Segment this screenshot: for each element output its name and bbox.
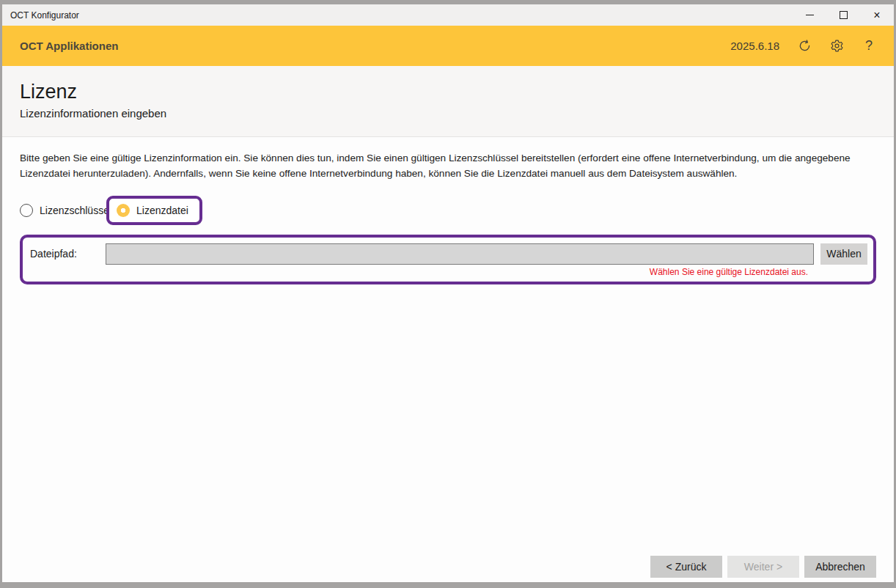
file-path-label: Dateipfad: (30, 248, 106, 260)
file-path-row: Dateipfad: Wählen (30, 243, 867, 265)
window-controls: × (793, 4, 894, 26)
page-header: Lizenz Lizenzinformationen eingeben (2, 66, 894, 137)
help-icon[interactable]: ? (862, 39, 876, 54)
radio-selected-icon (117, 204, 130, 217)
page-title: Lizenz (20, 80, 876, 103)
version-label: 2025.6.18 (730, 40, 779, 52)
page-subtitle: Lizenzinformationen eingeben (20, 107, 876, 120)
maximize-button[interactable] (826, 4, 860, 26)
minimize-icon (806, 15, 814, 15)
file-path-error-message: Wählen Sie eine gültige Lizenzdatei aus. (30, 265, 867, 279)
maximize-icon (840, 11, 848, 19)
app-header-bar: OCT Applikationen 2025.6.18 ? (2, 26, 894, 66)
radio-lizenzdatei-focus-box[interactable]: Lizenzdatei (106, 196, 202, 225)
license-type-radio-group: Lizenzschlüssel Lizenzdatei (20, 196, 876, 225)
radio-lizenzschluessel-label: Lizenzschlüssel (40, 205, 111, 216)
app-title: OCT Applikationen (20, 40, 730, 52)
radio-lizenzdatei-label: Lizenzdatei (136, 205, 188, 216)
wizard-footer: < Zurück Weiter > Abbrechen (650, 556, 876, 578)
radio-lizenzschluessel[interactable]: Lizenzschlüssel (20, 204, 111, 217)
license-description: Bitte geben Sie eine gültige Lizenzinfor… (20, 150, 876, 181)
choose-file-button[interactable]: Wählen (820, 243, 867, 265)
settings-gear-icon[interactable] (829, 39, 844, 54)
window-title: OCT Konfigurator (2, 10, 793, 21)
app-window: OCT Konfigurator × OCT Applikationen 202… (0, 0, 896, 588)
back-button[interactable]: < Zurück (650, 556, 722, 578)
file-path-input[interactable] (106, 243, 814, 265)
radio-unselected-icon (20, 204, 33, 217)
cancel-button[interactable]: Abbrechen (804, 556, 876, 578)
close-icon: × (873, 10, 880, 21)
next-button[interactable]: Weiter > (727, 556, 799, 578)
page-content: Bitte geben Sie eine gültige Lizenzinfor… (2, 150, 894, 284)
refresh-icon[interactable] (797, 39, 812, 54)
app-header-actions: 2025.6.18 ? (730, 39, 876, 54)
minimize-button[interactable] (793, 4, 826, 26)
title-bar: OCT Konfigurator × (2, 4, 894, 26)
file-path-highlight-box: Dateipfad: Wählen Wählen Sie eine gültig… (20, 235, 876, 284)
close-button[interactable]: × (860, 4, 894, 26)
